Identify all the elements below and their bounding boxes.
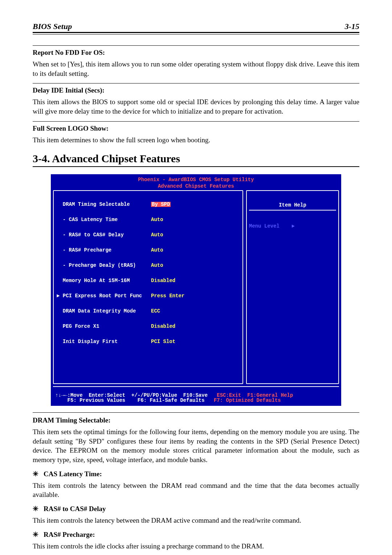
bios-title-2: Advanced Chipset Features [53, 184, 339, 189]
bios-item-value[interactable]: Auto [151, 263, 163, 268]
para-ras-to-cas: This item controls the latency between t… [33, 516, 359, 525]
bios-item-label: - RAS# to CAS# Delay [57, 232, 151, 237]
bios-item-help-title: Item Help [249, 203, 336, 211]
bios-item-value[interactable]: PCI Slot [151, 339, 175, 344]
section-title: 3-4. Advanced Chipset Features [33, 152, 359, 165]
asterisk-icon: ✳ [33, 470, 44, 478]
bios-item-label: ► PCI Express Root Port Func [57, 293, 151, 298]
bios-item-value[interactable]: By SPD [151, 202, 171, 207]
divider [33, 83, 359, 83]
header-page-number: 3-15 [345, 22, 359, 31]
bios-item-label: DRAM Data Integrity Mode [57, 309, 151, 314]
para-logo-show: This item determines to show the full sc… [33, 135, 359, 145]
para-delay-ide: This item allows the BIOS to support som… [33, 97, 359, 116]
bios-item-label: Init Display First [57, 339, 151, 344]
bullet-cas-latency: ✳CAS Latency Time: [33, 470, 359, 478]
bios-menu-level: Menu Level ► [249, 224, 336, 229]
bios-item-label: - CAS Latency Time [57, 217, 151, 222]
bios-item-value[interactable]: ECC [151, 309, 160, 314]
para-ras-precharge: This item controls the idle clocks after… [33, 542, 359, 551]
section-underline [33, 166, 359, 167]
bios-title-1: Phoenix - AwardBIOS CMOS Setup Utility [53, 177, 339, 182]
bios-item-label: PEG Force X1 [57, 324, 151, 329]
bullet-ras-to-cas: ✳RAS# to CAS# Delay [33, 505, 359, 513]
bios-item-label: - RAS# Precharge [57, 248, 151, 253]
header-left: BIOS Setup [33, 22, 72, 31]
bios-item-value[interactable]: Auto [151, 232, 163, 237]
bios-footer: ↑↓→←:Move Enter:Select +/-/PU/PD:Value F… [53, 386, 339, 404]
bios-item-label: DRAM Timing Selectable [57, 202, 151, 207]
bios-screenshot: Phoenix - AwardBIOS CMOS Setup Utility A… [51, 174, 341, 406]
divider [33, 45, 359, 46]
divider [33, 412, 359, 413]
asterisk-icon: ✳ [33, 505, 44, 513]
divider [33, 121, 359, 122]
para-cas-latency: This item controls the latency between t… [33, 481, 359, 499]
bios-item-value[interactable]: Disabled [151, 278, 175, 283]
bios-item-value[interactable]: Auto [151, 248, 163, 253]
bios-item-value[interactable]: Auto [151, 217, 163, 222]
bullet-ras-precharge: ✳RAS# Precharge: [33, 530, 359, 539]
subhead-delay-ide: Delay IDE Initial (Secs): [33, 86, 359, 94]
subhead-report-no-fdd: Report No FDD For OS: [33, 49, 359, 57]
para-report-no-fdd: When set to [Yes], this item allows you … [33, 60, 359, 78]
subhead-logo-show: Full Screen LOGO Show: [33, 125, 359, 132]
bios-settings-panel[interactable]: DRAM Timing SelectableBy SPD - CAS Laten… [53, 190, 243, 384]
bios-item-value[interactable]: Disabled [151, 324, 175, 329]
subhead-dram-timing: DRAM Timing Selectable: [33, 416, 359, 424]
asterisk-icon: ✳ [33, 530, 44, 539]
bios-foot-row: F5: Previous Values F6: Fail-Safe Defaul… [55, 397, 281, 403]
bios-item-label: - Precharge Dealy (tRAS) [57, 263, 151, 268]
para-dram-timing: This item sets the optimal timings for t… [33, 427, 359, 465]
bios-item-value[interactable]: Press Enter [151, 293, 184, 298]
bios-help-panel: Item Help Menu Level ► [246, 190, 339, 384]
bios-item-label: Memory Hole At 15M-16M [57, 278, 151, 283]
